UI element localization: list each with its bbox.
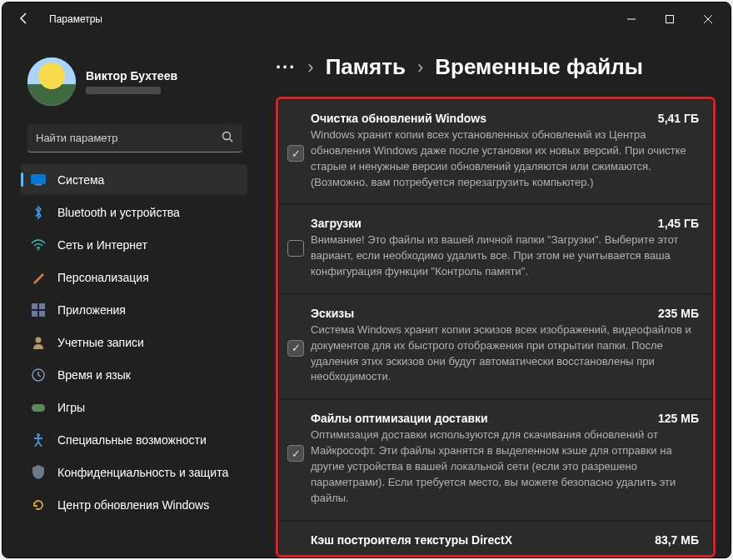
svg-point-6 xyxy=(37,248,39,250)
svg-rect-10 xyxy=(39,311,45,317)
monitor-icon xyxy=(31,172,46,188)
minimize-button[interactable] xyxy=(612,6,651,32)
svg-rect-9 xyxy=(32,311,37,317)
back-button[interactable] xyxy=(14,12,34,27)
item-description: Windows хранит копии всех установленных … xyxy=(311,128,699,190)
item-title: Очистка обновлений Windows xyxy=(311,112,486,125)
avatar xyxy=(27,58,76,106)
svg-point-14 xyxy=(37,433,40,437)
nav-label: Сеть и Интернет xyxy=(57,238,147,252)
close-button[interactable] xyxy=(689,6,727,32)
nav-accessibility[interactable]: Специальные возможности xyxy=(21,424,247,455)
maximize-button[interactable] xyxy=(651,6,689,32)
bluetooth-icon xyxy=(31,205,46,220)
nav-label: Конфиденциальность и защита xyxy=(57,466,228,479)
nav-label: Специальные возможности xyxy=(57,433,207,447)
svg-rect-7 xyxy=(32,303,37,309)
nav-bluetooth[interactable]: Bluetooth и устройства xyxy=(21,197,247,228)
item-size: 5,41 ГБ xyxy=(658,112,699,125)
checkbox[interactable] xyxy=(287,145,304,162)
profile-block[interactable]: Виктор Бухтеев xyxy=(9,36,254,121)
svg-rect-1 xyxy=(666,16,674,23)
search-placeholder: Найти параметр xyxy=(36,132,222,144)
user-email-placeholder xyxy=(86,87,161,94)
breadcrumb-temp-files: Временные файлы xyxy=(435,54,643,80)
nav-label: Учетные записи xyxy=(57,336,144,349)
checkbox[interactable] xyxy=(287,445,304,462)
nav-label: Время и язык xyxy=(57,368,131,382)
brush-icon xyxy=(31,270,46,285)
svg-rect-8 xyxy=(39,303,45,309)
item-title: Кэш построителя текстуры DirectX xyxy=(311,533,512,547)
svg-point-11 xyxy=(36,337,42,342)
nav-label: Персонализация xyxy=(57,271,149,284)
sidebar: Виктор Бухтеев Найти параметр Система Bl… xyxy=(2,36,261,558)
svg-rect-4 xyxy=(32,174,46,183)
item-size: 235 МБ xyxy=(658,307,699,320)
item-windows-update-cleanup[interactable]: Очистка обновлений Windows 5,41 ГБ Windo… xyxy=(279,100,712,205)
app-title: Параметры xyxy=(49,13,102,25)
item-description: Система Windows хранит копии эскизов все… xyxy=(311,322,699,385)
item-size: 83,7 МБ xyxy=(655,533,699,547)
svg-rect-5 xyxy=(35,184,42,186)
nav-label: Игры xyxy=(57,401,85,414)
nav-apps[interactable]: Приложения xyxy=(21,294,247,325)
item-title: Файлы оптимизации доставки xyxy=(311,412,488,425)
shield-icon xyxy=(31,465,46,480)
item-thumbnails[interactable]: Эскизы 235 МБ Система Windows хранит коп… xyxy=(279,295,712,400)
search-input[interactable]: Найти параметр xyxy=(27,124,242,152)
item-title: Эскизы xyxy=(311,307,354,320)
nav-gaming[interactable]: Игры xyxy=(21,392,247,422)
chevron-right-icon: › xyxy=(307,57,313,78)
item-title: Загрузки xyxy=(311,217,362,230)
search-icon xyxy=(222,131,234,146)
settings-window: Параметры Виктор Бухтеев Найти параметр xyxy=(2,2,731,558)
item-description: Оптимизация доставки используются для ск… xyxy=(311,428,699,506)
nav-privacy[interactable]: Конфиденциальность и защита xyxy=(21,457,247,488)
person-icon xyxy=(31,335,46,350)
wifi-icon xyxy=(31,238,46,252)
nav-label: Приложения xyxy=(57,303,126,317)
clock-icon xyxy=(31,368,46,382)
item-directx-shader-cache[interactable]: Кэш построителя текстуры DirectX 83,7 МБ xyxy=(279,522,712,557)
nav-personalization[interactable]: Персонализация xyxy=(21,262,247,292)
item-delivery-optimization[interactable]: Файлы оптимизации доставки 125 МБ Оптими… xyxy=(279,400,712,521)
temp-files-list: Очистка обновлений Windows 5,41 ГБ Windo… xyxy=(276,97,716,558)
nav-list: Система Bluetooth и устройства Сеть и Ин… xyxy=(9,164,254,522)
item-downloads[interactable]: Загрузки 1,45 ГБ Внимание! Это файлы из … xyxy=(279,205,712,295)
accessibility-icon xyxy=(31,432,46,448)
titlebar: Параметры xyxy=(2,2,731,36)
chevron-right-icon: › xyxy=(417,57,423,78)
nav-network[interactable]: Сеть и Интернет xyxy=(21,229,247,260)
item-description: Внимание! Это файлы из вашей личной папк… xyxy=(311,232,699,280)
nav-windows-update[interactable]: Центр обновления Windows xyxy=(21,489,247,520)
user-name: Виктор Бухтеев xyxy=(86,69,177,82)
item-size: 1,45 ГБ xyxy=(658,217,699,230)
apps-icon xyxy=(31,302,46,318)
breadcrumb: ··· › Память › Временные файлы xyxy=(276,54,716,97)
svg-line-3 xyxy=(230,138,233,142)
nav-time-language[interactable]: Время и язык xyxy=(21,359,247,390)
svg-rect-13 xyxy=(32,404,45,412)
checkbox[interactable] xyxy=(287,340,304,357)
breadcrumb-overflow[interactable]: ··· xyxy=(276,57,296,78)
svg-point-2 xyxy=(223,132,231,139)
checkbox[interactable] xyxy=(287,240,304,257)
main-content: ··· › Память › Временные файлы Очистка о… xyxy=(261,36,731,558)
item-size: 125 МБ xyxy=(658,412,699,425)
game-icon xyxy=(31,400,46,415)
nav-system[interactable]: Система xyxy=(21,164,247,195)
breadcrumb-storage[interactable]: Память xyxy=(326,54,406,80)
nav-label: Bluetooth и устройства xyxy=(57,206,180,219)
nav-label: Система xyxy=(57,173,104,187)
update-icon xyxy=(31,498,46,512)
nav-accounts[interactable]: Учетные записи xyxy=(21,327,247,358)
nav-label: Центр обновления Windows xyxy=(57,498,209,512)
